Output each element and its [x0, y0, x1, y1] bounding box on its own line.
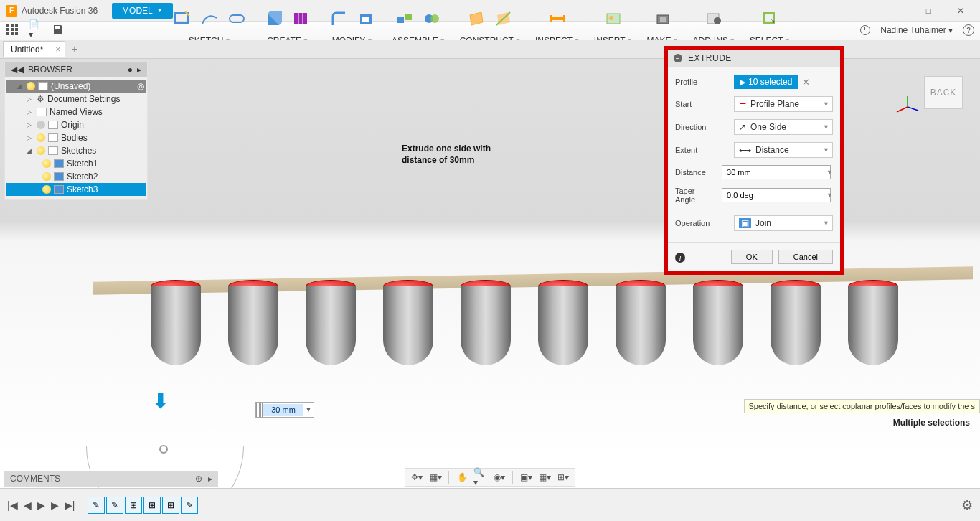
make-icon[interactable] — [651, 7, 674, 30]
dropdown-icon[interactable]: ▼ — [303, 406, 314, 413]
grid-settings-icon[interactable]: ▦▾ — [537, 471, 552, 484]
assemble-joint-icon[interactable] — [420, 7, 443, 30]
model-cylinder[interactable] — [383, 280, 433, 365]
create-grid-icon[interactable] — [290, 7, 313, 30]
save-icon[interactable] — [52, 23, 65, 36]
svg-point-31 — [714, 17, 721, 24]
addins-icon[interactable] — [702, 7, 725, 30]
svg-rect-18 — [397, 17, 404, 23]
extent-dropdown[interactable]: ⟷Distance▼ — [734, 142, 833, 158]
timeline-next-icon[interactable]: ▶ — [51, 499, 59, 511]
sketch-spline-icon[interactable] — [198, 7, 221, 30]
tree-bodies[interactable]: ▷Bodies — [6, 131, 146, 144]
new-tab-button[interactable]: + — [71, 43, 77, 56]
comments-bar[interactable]: COMMENTS ⊕▸ — [4, 471, 218, 487]
insert-icon[interactable] — [602, 7, 625, 30]
viewport[interactable]: ◀◀BROWSER ●▸ ◢(Unsaved)◎ ▷⚙Document Sett… — [0, 59, 980, 464]
start-dropdown[interactable]: ⊢Profile Plane▼ — [734, 96, 833, 112]
extrude-titlebar[interactable]: − EXTRUDE — [668, 50, 840, 67]
display-icon[interactable]: ▣▾ — [519, 471, 533, 484]
tree-sketch3[interactable]: Sketch3 — [6, 183, 146, 196]
distance-input[interactable] — [722, 165, 831, 179]
collapse-icon[interactable]: − — [674, 54, 682, 62]
tree-named-views[interactable]: ▷Named Views — [6, 105, 146, 118]
tab-label: Untitled* — [11, 44, 43, 55]
timeline-settings-icon[interactable]: ⚙ — [961, 497, 973, 513]
model-cylinder[interactable] — [228, 280, 278, 365]
sketch-slot-icon[interactable] — [225, 7, 248, 30]
browser-header[interactable]: ◀◀BROWSER ●▸ — [5, 62, 147, 77]
model-cylinder[interactable] — [616, 280, 666, 365]
svg-rect-5 — [15, 28, 18, 31]
tree-sketch2[interactable]: Sketch2 — [6, 170, 146, 183]
ok-button[interactable]: OK — [731, 250, 773, 264]
cancel-button[interactable]: Cancel — [778, 250, 833, 264]
user-name[interactable]: Nadine Tuhaimer ▾ — [880, 25, 953, 35]
tab-untitled[interactable]: Untitled* × — [3, 41, 65, 57]
model-cylinder[interactable] — [151, 280, 201, 365]
pan-icon[interactable]: ✋ — [455, 471, 469, 484]
select-icon[interactable] — [758, 7, 781, 30]
model-cylinder[interactable] — [306, 280, 356, 365]
timeline-step[interactable]: ⊞ — [162, 497, 179, 514]
orbit-icon[interactable]: ✥▾ — [410, 471, 424, 484]
distance-float-input[interactable]: ▼ — [255, 402, 314, 418]
model-cylinder[interactable] — [771, 280, 821, 365]
info-icon[interactable]: i — [675, 253, 685, 263]
sketch-rect-icon[interactable] — [171, 7, 194, 30]
timeline-step[interactable]: ⊞ — [125, 497, 142, 514]
model-cylinder[interactable] — [461, 280, 511, 365]
minimize-button[interactable]: — — [886, 4, 906, 17]
modify-fillet-icon[interactable] — [327, 7, 350, 30]
assemble-icon[interactable] — [393, 7, 416, 30]
construct-axis-icon[interactable] — [492, 7, 515, 30]
model-cylinder[interactable] — [538, 280, 588, 365]
timeline-step[interactable]: ⊞ — [143, 497, 161, 514]
add-comment-icon[interactable]: ⊕ — [195, 474, 202, 484]
timeline-end-icon[interactable]: ▶| — [65, 499, 75, 511]
zoom-icon[interactable]: 🔍▾ — [473, 471, 488, 484]
help-icon[interactable]: ? — [963, 24, 974, 36]
timeline-play-icon[interactable]: ▶ — [37, 499, 45, 511]
timeline-step[interactable]: ✎ — [88, 497, 105, 514]
tree-root[interactable]: ◢(Unsaved)◎ — [6, 80, 146, 93]
tree-sketch1[interactable]: Sketch1 — [6, 157, 146, 170]
look-icon[interactable]: ▦▾ — [428, 471, 443, 484]
model-cylinder[interactable] — [693, 280, 743, 365]
create-box-icon[interactable] — [263, 7, 286, 30]
view-cube[interactable]: BACK — [924, 76, 963, 109]
svg-rect-32 — [764, 13, 774, 23]
workspace-dropdown[interactable]: MODEL▼ — [112, 3, 173, 19]
tree-origin[interactable]: ▷Origin — [6, 118, 146, 131]
close-button[interactable]: ✕ — [951, 4, 970, 17]
timeline-start-icon[interactable]: |◀ — [7, 499, 18, 511]
profile-chip[interactable]: ▶ 10 selected — [734, 75, 798, 89]
close-tab-icon[interactable]: × — [55, 44, 60, 55]
tree-doc-settings[interactable]: ▷⚙Document Settings — [6, 93, 146, 105]
timeline-step[interactable]: ✎ — [106, 497, 123, 514]
operation-dropdown[interactable]: ▣Join▼ — [734, 215, 833, 231]
fit-icon[interactable]: ◉▾ — [492, 471, 507, 484]
file-icon[interactable]: 📄▾ — [29, 23, 42, 36]
expand-comments-icon[interactable]: ▸ — [208, 474, 212, 484]
model-cylinder[interactable] — [848, 280, 898, 365]
taper-input[interactable] — [722, 188, 831, 202]
distance-field[interactable] — [263, 404, 303, 416]
grip-icon[interactable] — [256, 403, 263, 417]
clear-profile-icon[interactable]: ✕ — [802, 77, 810, 88]
maximize-button[interactable]: □ — [920, 4, 937, 17]
viewport-icon[interactable]: ⊞▾ — [556, 471, 570, 484]
job-status-icon[interactable] — [860, 25, 870, 35]
construct-plane-icon[interactable] — [465, 7, 488, 30]
inspect-icon[interactable] — [546, 7, 569, 30]
direction-dropdown[interactable]: ↗One Side▼ — [734, 119, 833, 135]
timeline-steps: ✎ ✎ ⊞ ⊞ ⊞ ✎ — [88, 497, 198, 514]
timeline-prev-icon[interactable]: ◀ — [24, 499, 32, 511]
taper-handle[interactable] — [159, 445, 168, 454]
svg-rect-17 — [362, 17, 369, 22]
modify-shell-icon[interactable] — [354, 7, 377, 30]
grid-icon[interactable] — [6, 23, 19, 36]
svg-rect-4 — [11, 28, 14, 31]
timeline-step[interactable]: ✎ — [181, 497, 198, 514]
tree-sketches[interactable]: ◢Sketches — [6, 144, 146, 157]
